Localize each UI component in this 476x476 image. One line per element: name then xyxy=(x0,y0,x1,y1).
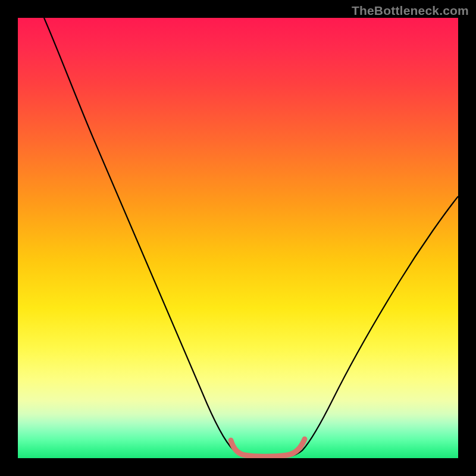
bottleneck-curve-path xyxy=(44,18,458,458)
plot-area xyxy=(18,18,458,458)
low-zone-marker-path xyxy=(231,439,305,456)
watermark-text: TheBottleneck.com xyxy=(352,4,469,18)
chart-frame: TheBottleneck.com xyxy=(0,0,476,476)
chart-svg xyxy=(18,18,458,458)
